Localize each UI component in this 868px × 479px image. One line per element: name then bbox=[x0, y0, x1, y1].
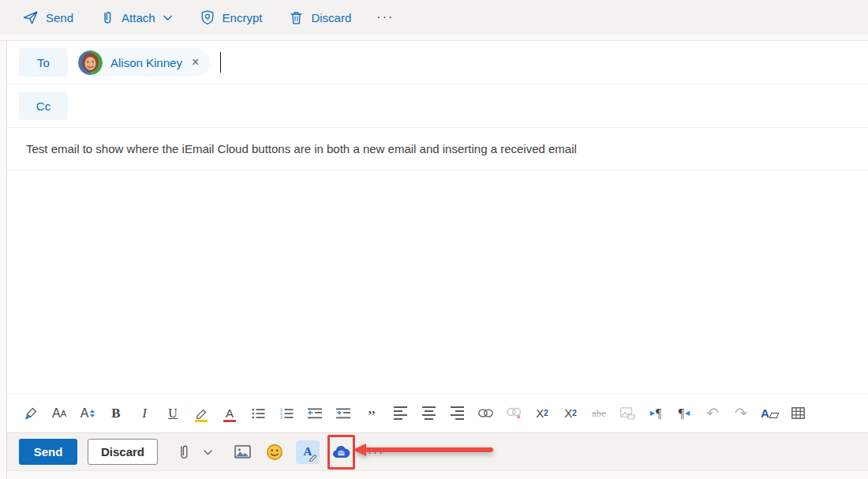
superscript-icon[interactable]: X2 bbox=[530, 401, 554, 426]
numbering-icon[interactable]: 123 bbox=[275, 401, 298, 426]
left-to-right-icon[interactable]: ▶¶ bbox=[644, 401, 668, 426]
undo-icon[interactable]: ↶ bbox=[701, 401, 724, 426]
font-icon[interactable]: AA bbox=[47, 401, 71, 426]
recipient-name: Alison Kinney bbox=[110, 56, 182, 69]
format-painter-icon[interactable] bbox=[19, 401, 43, 426]
clear-formatting-icon[interactable]: A bbox=[758, 401, 781, 426]
formatting-options-toggle[interactable]: A bbox=[296, 440, 320, 464]
recipient-pill[interactable]: Alison Kinney × bbox=[77, 48, 210, 77]
send-button[interactable]: Send bbox=[19, 439, 77, 465]
compose-content: To Alison Kinney × Cc Test email to show bbox=[7, 41, 868, 479]
send-command[interactable]: Send bbox=[13, 5, 83, 31]
insert-link-icon[interactable] bbox=[473, 401, 497, 426]
strikethrough-icon[interactable]: abe bbox=[587, 401, 611, 426]
underline-icon[interactable]: U bbox=[161, 401, 185, 426]
right-to-left-icon[interactable]: ¶◀ bbox=[672, 401, 696, 426]
align-center-icon[interactable] bbox=[417, 401, 440, 426]
bullets-icon[interactable] bbox=[246, 401, 270, 426]
trash-icon bbox=[289, 9, 304, 25]
bottom-margin bbox=[7, 470, 868, 479]
compose-pane: To Alison Kinney × Cc Test email to show bbox=[0, 41, 868, 479]
header-divider bbox=[0, 35, 868, 41]
pen-icon bbox=[309, 452, 318, 462]
discard-button[interactable]: Discard bbox=[88, 439, 158, 465]
align-left-icon[interactable] bbox=[388, 401, 412, 426]
attach-file-icon[interactable] bbox=[172, 438, 196, 466]
align-right-icon[interactable] bbox=[445, 401, 469, 426]
message-body[interactable] bbox=[7, 170, 868, 393]
paperclip-icon bbox=[100, 9, 114, 25]
italic-icon[interactable]: I bbox=[133, 401, 156, 426]
iemail-cloud-icon bbox=[332, 445, 350, 459]
toolbar-overflow-button[interactable]: ··· bbox=[369, 6, 402, 29]
insert-table-icon[interactable] bbox=[786, 401, 810, 426]
outlook-compose-window: Send Attach Encrypt Discard ··· To bbox=[0, 0, 868, 479]
send-icon bbox=[22, 9, 39, 26]
attach-command[interactable]: Attach bbox=[91, 5, 182, 30]
iemail-cloud-addin-button[interactable] bbox=[330, 438, 354, 466]
cc-field-row: Cc bbox=[7, 84, 868, 128]
annotation-red-box bbox=[327, 435, 355, 470]
encrypt-shield-icon bbox=[200, 9, 215, 25]
emoji-icon[interactable] bbox=[263, 438, 286, 466]
bold-icon[interactable]: B bbox=[104, 401, 128, 426]
font-size-icon[interactable]: A bbox=[76, 401, 99, 426]
subject-input[interactable]: Test email to show where the iEmail Clou… bbox=[7, 128, 868, 170]
cc-input[interactable] bbox=[68, 84, 868, 127]
cc-button[interactable]: Cc bbox=[19, 92, 68, 120]
svg-text:3: 3 bbox=[280, 415, 282, 419]
to-field-row: To Alison Kinney × bbox=[7, 41, 868, 84]
remove-recipient-icon[interactable]: × bbox=[190, 55, 200, 69]
font-color-icon[interactable]: A bbox=[218, 401, 241, 426]
chevron-down-icon bbox=[163, 14, 173, 21]
compose-command-bar: Send Attach Encrypt Discard ··· bbox=[0, 0, 868, 35]
subject-text: Test email to show where the iEmail Clou… bbox=[26, 142, 577, 155]
compose-action-bar: Send Discard A ··· bbox=[7, 432, 868, 470]
avatar bbox=[78, 51, 103, 75]
insert-picture-inline-icon[interactable] bbox=[615, 401, 639, 426]
formatting-toolbar: AA A B I U A 123 ” X2 X2 abe bbox=[7, 393, 868, 432]
actionbar-overflow-button[interactable]: ··· bbox=[363, 442, 389, 462]
redo-icon[interactable]: ↷ bbox=[729, 401, 753, 426]
encrypt-command[interactable]: Encrypt bbox=[190, 5, 272, 30]
increase-indent-icon[interactable] bbox=[331, 401, 355, 426]
to-button[interactable]: To bbox=[19, 48, 68, 77]
quote-icon[interactable]: ” bbox=[360, 401, 383, 426]
subscript-icon[interactable]: X2 bbox=[559, 401, 582, 426]
decrease-indent-icon[interactable] bbox=[303, 401, 327, 426]
pane-splitter[interactable] bbox=[0, 41, 7, 479]
to-input[interactable] bbox=[221, 41, 868, 84]
discard-command[interactable]: Discard bbox=[279, 5, 361, 30]
remove-link-icon[interactable] bbox=[502, 401, 526, 426]
highlight-icon[interactable] bbox=[189, 401, 213, 426]
attach-dropdown-chevron-icon[interactable] bbox=[196, 438, 219, 466]
insert-picture-icon[interactable] bbox=[230, 438, 254, 466]
